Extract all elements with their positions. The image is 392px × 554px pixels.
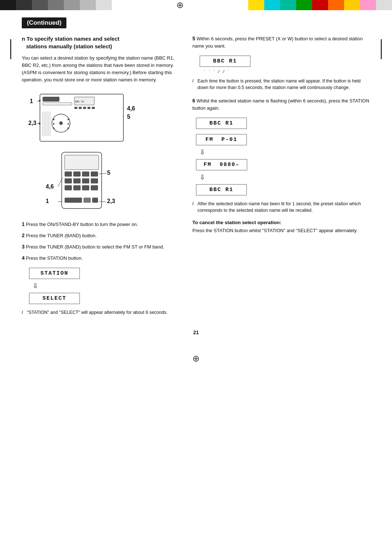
step-5-block: 5 Within 6 seconds, press the PRESET (X …	[192, 35, 370, 91]
svg-text:5: 5	[107, 170, 110, 176]
page-number: 21	[22, 329, 370, 335]
cancel-title: To cancel the station select operation:	[192, 220, 370, 225]
step-2: 2 Press the TUNER (BAND) button.	[22, 232, 181, 239]
step6-arrow-1: ⇩	[200, 148, 205, 156]
step4-lcd-select: SELECT	[29, 293, 80, 304]
svg-point-16	[68, 123, 69, 125]
step-num-6: 6	[192, 98, 195, 104]
svg-rect-38	[65, 178, 72, 183]
step-num-2: 2	[22, 232, 25, 238]
color-swatch-light	[376, 0, 392, 10]
step5-lcd: BBC R1	[200, 56, 250, 67]
gray-swatch-2	[16, 0, 32, 10]
step4-lcd-station: STATION	[29, 268, 80, 279]
device-illustration: BBC R1	[22, 90, 181, 214]
svg-rect-1	[43, 97, 59, 101]
cancel-section: To cancel the station select operation: …	[192, 220, 370, 234]
svg-rect-5	[74, 107, 77, 109]
color-swatch-pink	[360, 0, 376, 10]
svg-text:BBC R1: BBC R1	[75, 100, 84, 103]
svg-rect-45	[91, 185, 98, 190]
step-6-block: 6 Whilst the selected station name is fl…	[192, 97, 370, 214]
svg-text:2,3: 2,3	[107, 198, 115, 204]
color-swatch-orange	[328, 0, 344, 10]
right-side-line	[381, 39, 382, 59]
bullet-n: n	[22, 36, 26, 42]
svg-point-17	[68, 128, 69, 129]
gray-swatch-5	[64, 0, 80, 10]
step-num-1: 1	[22, 221, 25, 227]
title-main: To specify station names and select	[26, 36, 119, 42]
color-swatch-red	[312, 0, 328, 10]
svg-line-28	[37, 101, 40, 101]
title-sub: stations manually (station select)	[22, 43, 112, 49]
step-num-4: 4	[22, 255, 25, 261]
gray-swatch-3	[32, 0, 48, 10]
svg-point-15	[68, 119, 69, 120]
step5-bullet-text: Each time the button is pressed, the sta…	[192, 78, 370, 92]
svg-point-13	[53, 123, 54, 125]
gray-swatch-1	[0, 0, 16, 10]
svg-rect-6	[79, 107, 82, 109]
svg-text:4,6: 4,6	[46, 183, 54, 190]
step6-lcd-2: FM P-01	[196, 134, 247, 145]
step6-arrow-2: ⇩	[200, 173, 205, 181]
color-swatch-teal	[280, 0, 296, 10]
continued-banner: (Continued)	[22, 17, 66, 28]
svg-point-12	[53, 119, 54, 120]
svg-rect-35	[73, 171, 81, 177]
cancel-text: Press the STATION button whilst "STATION…	[192, 227, 370, 234]
step-5: 5 Within 6 seconds, press the PRESET (X …	[192, 35, 370, 50]
gray-swatch-7	[96, 0, 112, 10]
svg-rect-43	[73, 185, 81, 190]
registration-mark-bottom: ⊕	[192, 353, 200, 364]
color-swatch-gold	[344, 0, 360, 10]
svg-text:4,6: 4,6	[127, 105, 135, 112]
gray-swatch-6	[80, 0, 96, 10]
left-side-line	[10, 39, 11, 59]
step-4: 4 Press the STATION button.	[22, 254, 181, 262]
section-title: n To specify station names and select st…	[22, 35, 181, 50]
svg-rect-42	[65, 185, 72, 190]
step-num-3: 3	[22, 244, 25, 250]
svg-rect-46	[65, 198, 82, 203]
gray-swatch-4	[48, 0, 64, 10]
body-paragraph: You can select a desired station by spec…	[22, 54, 181, 84]
step6-bullet-text: After the selected station name has been…	[192, 201, 370, 214]
svg-rect-8	[87, 107, 90, 109]
color-swatch-cyan	[264, 0, 280, 10]
svg-rect-41	[91, 178, 98, 183]
step-3: 3 Press the TUNER (BAND) button to selec…	[22, 243, 181, 251]
svg-rect-7	[83, 107, 86, 109]
step-6: 6 Whilst the selected station name is fl…	[192, 97, 370, 112]
svg-text:1: 1	[30, 98, 33, 104]
device-svg: BBC R1	[22, 90, 160, 210]
svg-text:1: 1	[46, 198, 49, 204]
svg-rect-48	[92, 198, 98, 203]
svg-point-11	[59, 121, 63, 125]
step-3-text: Press the TUNER (BAND) button to select …	[26, 244, 164, 250]
step4-arrow: ⇩	[33, 282, 38, 290]
step4-lcd-container: STATION ⇩ SELECT	[29, 266, 181, 306]
color-swatch-green	[296, 0, 312, 10]
step-5-text: Within 6 seconds, press the PRESET (X or…	[192, 36, 363, 49]
svg-rect-44	[82, 185, 89, 190]
step5-lcd-container: BBC R1 ` ` ` / / `	[200, 53, 370, 75]
step-2-text: Press the TUNER (BAND) button.	[26, 233, 97, 238]
step-1-text: Press the ON/STAND-BY button to turn the…	[26, 222, 138, 227]
step-num-5: 5	[192, 36, 195, 41]
step-1: 1 Press the ON/STAND-BY button to turn t…	[22, 221, 181, 228]
svg-point-14	[53, 128, 54, 129]
registration-mark-top: ⊕	[176, 0, 184, 10]
svg-rect-39	[73, 178, 81, 183]
step-4-text: Press the STATION button.	[26, 255, 82, 261]
step6-lcd-4: BBC R1	[196, 184, 247, 195]
svg-rect-2	[43, 103, 72, 105]
svg-rect-40	[82, 178, 89, 183]
color-swatch-yellow	[248, 0, 264, 10]
svg-rect-37	[91, 171, 98, 177]
step5-sublabel: ` ` ` / / `	[203, 70, 230, 74]
step6-lcd-1: BBC R1	[196, 118, 247, 129]
svg-text:2,3: 2,3	[28, 120, 36, 126]
svg-rect-36	[82, 171, 89, 177]
